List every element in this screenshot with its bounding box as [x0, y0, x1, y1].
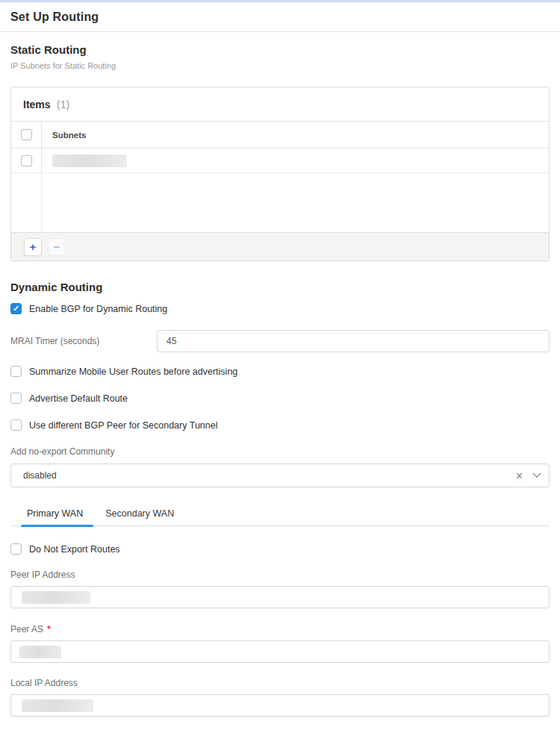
table-empty-area: [11, 173, 549, 232]
subnets-table: Items (1) ✓ Subnets ✓: [10, 87, 550, 261]
enable-bgp-label: Enable BGP for Dynamic Routing: [29, 304, 167, 314]
dialog-body: Static Routing IP Subnets for Static Rou…: [0, 43, 560, 733]
summarize-routes-checkbox[interactable]: ✓: [10, 366, 22, 377]
different-bgp-peer-label: Use different BGP Peer for Secondary Tun…: [29, 420, 217, 431]
row-checkbox[interactable]: ✓: [21, 155, 32, 166]
table-footer: + −: [11, 232, 549, 261]
subnet-cell: [42, 149, 549, 172]
local-ip-field: Local IP Address: [10, 678, 550, 717]
local-ip-input[interactable]: [10, 694, 550, 717]
add-row-button[interactable]: +: [24, 238, 42, 256]
empty-checkbox-column: [11, 173, 42, 232]
items-label: Items: [23, 99, 51, 110]
peer-as-label: Peer AS: [10, 624, 43, 634]
do-not-export-checkbox[interactable]: ✓: [10, 543, 22, 555]
peer-ip-input[interactable]: [10, 586, 550, 608]
summarize-routes-row: ✓ Summarize Mobile User Routes before ad…: [10, 366, 550, 377]
advertise-default-route-row: ✓ Advertise Default Route: [10, 393, 550, 404]
empty-main-column: [42, 173, 549, 232]
items-count: (1): [57, 99, 69, 110]
row-checkbox-cell: ✓: [11, 149, 42, 172]
table-row[interactable]: ✓: [11, 149, 549, 173]
required-asterisk: *: [47, 623, 51, 634]
advertise-default-route-checkbox[interactable]: ✓: [10, 393, 22, 404]
plus-icon: +: [30, 240, 37, 253]
do-not-export-label: Do Not Export Routes: [29, 544, 120, 555]
page-title: Set Up Routing: [10, 10, 550, 24]
static-routing-sublabel: IP Subnets for Static Routing: [10, 61, 550, 70]
subnets-column-header-row: ✓ Subnets: [11, 122, 549, 149]
peer-as-field: Peer AS *: [10, 623, 550, 663]
local-ip-redacted-value: [22, 699, 93, 712]
advertise-default-route-label: Advertise Default Route: [29, 393, 128, 404]
static-routing-heading: Static Routing: [10, 43, 550, 56]
enable-bgp-row: ✓ Enable BGP for Dynamic Routing: [10, 303, 550, 314]
mrai-timer-input[interactable]: [157, 330, 550, 352]
subnets-column-header: Subnets: [42, 122, 549, 148]
no-export-community-select[interactable]: disabled ✕: [10, 464, 550, 487]
no-export-community-label: Add no-export Community: [10, 446, 550, 457]
summarize-routes-label: Summarize Mobile User Routes before adve…: [29, 366, 237, 377]
do-not-export-row: ✓ Do Not Export Routes: [10, 543, 550, 555]
enable-bgp-checkbox[interactable]: ✓: [10, 303, 22, 314]
subnets-table-header: Items (1): [11, 87, 549, 122]
bgp-options: ✓ Summarize Mobile User Routes before ad…: [10, 366, 550, 431]
peer-ip-redacted-value: [22, 591, 90, 604]
tab-primary-wan[interactable]: Primary WAN: [22, 504, 87, 525]
different-bgp-peer-checkbox[interactable]: ✓: [10, 419, 22, 431]
select-all-checkbox[interactable]: ✓: [21, 129, 32, 140]
select-all-cell: ✓: [11, 122, 42, 148]
tab-secondary-wan[interactable]: Secondary WAN: [101, 504, 178, 525]
mrai-timer-row: MRAI Timer (seconds): [10, 330, 550, 352]
dynamic-routing-heading: Dynamic Routing: [10, 281, 550, 293]
remove-row-button[interactable]: −: [48, 238, 66, 256]
local-ip-label: Local IP Address: [10, 678, 550, 688]
different-bgp-peer-row: ✓ Use different BGP Peer for Secondary T…: [10, 419, 550, 431]
dialog-header: Set Up Routing: [0, 2, 560, 32]
subnet-redacted-value: [52, 155, 127, 167]
peer-as-redacted-value: [19, 646, 61, 658]
check-icon: ✓: [13, 305, 19, 313]
wan-tabs: Primary WAN Secondary WAN: [10, 504, 550, 526]
peer-ip-label: Peer IP Address: [10, 570, 550, 580]
mrai-timer-label: MRAI Timer (seconds): [10, 336, 157, 346]
clear-icon[interactable]: ✕: [508, 470, 531, 481]
no-export-community-value: disabled: [23, 470, 508, 481]
peer-ip-field: Peer IP Address: [10, 570, 550, 608]
peer-as-input[interactable]: [10, 640, 550, 663]
chevron-down-icon[interactable]: [532, 470, 541, 478]
minus-icon: −: [54, 240, 60, 253]
